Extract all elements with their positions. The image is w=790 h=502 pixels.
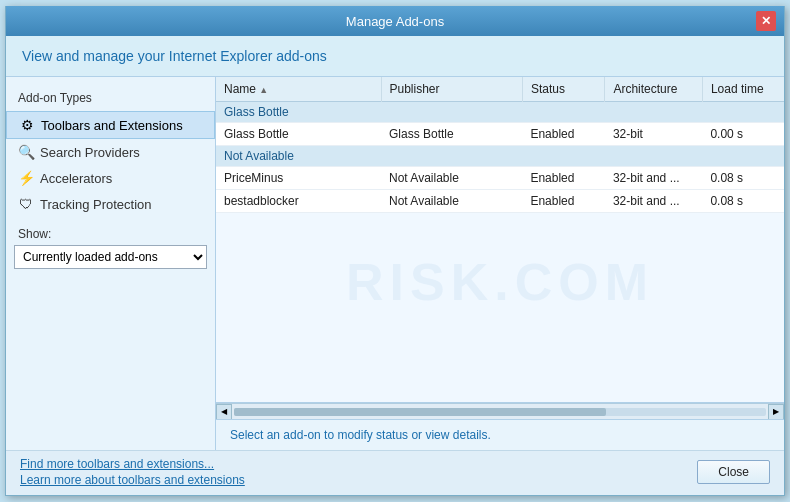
status-message: Select an add-on to modify status or vie… (230, 428, 770, 442)
addons-table: Name ▲ Publisher Status Ar (216, 77, 784, 213)
learn-more-link[interactable]: Learn more about toolbars and extensions (20, 473, 245, 487)
scroll-right-icon: ▶ (773, 407, 779, 416)
table-body: Glass BottleGlass BottleGlass BottleEnab… (216, 102, 784, 213)
window-close-button[interactable]: ✕ (756, 11, 776, 31)
sidebar-item-accelerators-label: Accelerators (40, 171, 112, 186)
sort-arrow-name: ▲ (259, 85, 268, 95)
search-icon: 🔍 (18, 144, 34, 160)
cell-architecture: 32-bit and ... (605, 190, 702, 213)
col-publisher[interactable]: Publisher (381, 77, 522, 102)
title-bar: Manage Add-ons ✕ (6, 6, 784, 36)
scroll-left-button[interactable]: ◀ (216, 404, 232, 420)
header-text: View and manage your Internet Explorer a… (22, 48, 327, 64)
addons-table-container[interactable]: Name ▲ Publisher Status Ar (216, 77, 784, 403)
close-dialog-button[interactable]: Close (697, 460, 770, 484)
cell-loadtime: 0.00 s (702, 123, 784, 146)
table-group-header: Glass Bottle (216, 102, 784, 123)
sidebar-item-toolbars-label: Toolbars and Extensions (41, 118, 183, 133)
cell-publisher: Not Available (381, 190, 522, 213)
table-row[interactable]: PriceMinusNot AvailableEnabled32-bit and… (216, 167, 784, 190)
scroll-right-button[interactable]: ▶ (768, 404, 784, 420)
cell-status: Enabled (522, 167, 605, 190)
cell-architecture: 32-bit and ... (605, 167, 702, 190)
cell-status: Enabled (522, 123, 605, 146)
sidebar-item-search[interactable]: 🔍 Search Providers (6, 139, 215, 165)
sidebar-item-accelerators[interactable]: ⚡ Accelerators (6, 165, 215, 191)
addon-types-label: Add-on Types (6, 87, 215, 111)
sidebar-item-tracking-label: Tracking Protection (40, 197, 152, 212)
find-toolbars-link[interactable]: Find more toolbars and extensions... (20, 457, 245, 471)
cell-publisher: Not Available (381, 167, 522, 190)
show-label: Show: (6, 217, 215, 245)
col-architecture[interactable]: Architecture (605, 77, 702, 102)
sidebar-item-toolbars[interactable]: ⚙ Toolbars and Extensions (6, 111, 215, 139)
sidebar-item-tracking[interactable]: 🛡 Tracking Protection (6, 191, 215, 217)
dialog-title: Manage Add-ons (34, 14, 756, 29)
close-icon: ✕ (761, 14, 771, 28)
sidebar: Add-on Types ⚙ Toolbars and Extensions 🔍… (6, 77, 216, 450)
toolbars-icon: ⚙ (19, 117, 35, 133)
col-loadtime[interactable]: Load time (702, 77, 784, 102)
content-wrapper: Name ▲ Publisher Status Ar (216, 77, 784, 450)
table-group-header: Not Available (216, 146, 784, 167)
status-bar: Select an add-on to modify status or vie… (216, 419, 784, 450)
col-status[interactable]: Status (522, 77, 605, 102)
scroll-left-icon: ◀ (221, 407, 227, 416)
cell-name: PriceMinus (216, 167, 381, 190)
cell-status: Enabled (522, 190, 605, 213)
main-content: Add-on Types ⚙ Toolbars and Extensions 🔍… (6, 77, 784, 450)
content-area: Name ▲ Publisher Status Ar (216, 77, 784, 450)
cell-loadtime: 0.08 s (702, 167, 784, 190)
col-name[interactable]: Name ▲ (216, 77, 381, 102)
scroll-track[interactable] (234, 408, 766, 416)
table-header-row: Name ▲ Publisher Status Ar (216, 77, 784, 102)
table-row[interactable]: Glass BottleGlass BottleEnabled32-bit0.0… (216, 123, 784, 146)
cell-publisher: Glass Bottle (381, 123, 522, 146)
cell-name: bestadblocker (216, 190, 381, 213)
table-row[interactable]: bestadblockerNot AvailableEnabled32-bit … (216, 190, 784, 213)
accelerators-icon: ⚡ (18, 170, 34, 186)
cell-architecture: 32-bit (605, 123, 702, 146)
footer-links: Find more toolbars and extensions... Lea… (20, 457, 245, 487)
horizontal-scrollbar[interactable]: ◀ ▶ (216, 403, 784, 419)
sidebar-item-search-label: Search Providers (40, 145, 140, 160)
footer: Find more toolbars and extensions... Lea… (6, 450, 784, 495)
cell-loadtime: 0.08 s (702, 190, 784, 213)
scroll-thumb[interactable] (234, 408, 606, 416)
tracking-icon: 🛡 (18, 196, 34, 212)
cell-name: Glass Bottle (216, 123, 381, 146)
manage-addons-dialog: Manage Add-ons ✕ View and manage your In… (5, 6, 785, 496)
header-banner: View and manage your Internet Explorer a… (6, 36, 784, 77)
show-dropdown[interactable]: Currently loaded add-ons All add-ons Run… (14, 245, 207, 269)
